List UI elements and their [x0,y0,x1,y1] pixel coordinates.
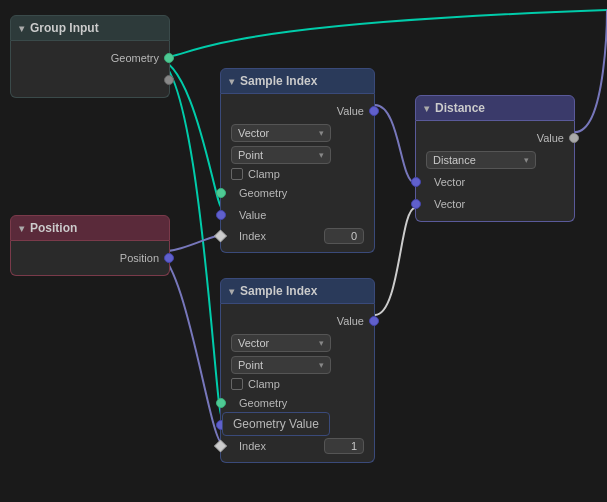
distance-dropdown[interactable]: Distance ▾ [426,151,536,169]
point-dropdown-row: Point ▾ [221,354,374,376]
sample-index-1-header: ▾ Sample Index [220,68,375,94]
sample-index-1-body: Value Vector ▾ Point ▾ Clamp Geometry [220,94,375,253]
index-socket [214,440,227,453]
group-input-node: ▾ Group Input Geometry [10,15,170,98]
clamp-row: Clamp [221,376,374,392]
value-label: Value [537,132,564,144]
clamp-label: Clamp [248,378,280,390]
position-header: ▾ Position [10,215,170,241]
geometry-value-label: Geometry Value [222,412,330,436]
point-dropdown-row: Point ▾ [221,144,374,166]
position-output-row: Position [11,247,169,269]
position-label: Position [120,252,159,264]
point-dropdown-value: Point [238,359,263,371]
point-dropdown[interactable]: Point ▾ [231,146,331,164]
dropdown-arrow: ▾ [319,150,324,160]
dropdown-arrow: ▾ [319,360,324,370]
geometry-input-label: Geometry [239,397,287,409]
extra-output-row [11,69,169,91]
distance-title: Distance [435,101,485,115]
position-output-socket [164,253,174,263]
geometry-output-socket [164,53,174,63]
index-socket [214,230,227,243]
value-output-socket [369,316,379,326]
group-input-body: Geometry [10,41,170,98]
index-label: Index [239,230,266,242]
group-input-title: Group Input [30,21,99,35]
value-input-row: Value [221,204,374,226]
geometry-label: Geometry [111,52,159,64]
geometry-input-label: Geometry [239,187,287,199]
clamp-label: Clamp [248,168,280,180]
vector1-input-row: Vector [416,171,574,193]
distance-dropdown-row: Distance ▾ [416,149,574,171]
extra-output-socket [164,75,174,85]
vector-dropdown-row: Vector ▾ [221,122,374,144]
value-output-socket [369,106,379,116]
value-input-label: Value [239,209,266,221]
clamp-checkbox[interactable] [231,378,243,390]
vector-dropdown-value: Vector [238,337,269,349]
value-output-socket [569,133,579,143]
vector1-label: Vector [434,176,465,188]
distance-dropdown-value: Distance [433,154,476,166]
geometry-value-text: Geometry Value [233,417,319,431]
group-input-header: ▾ Group Input [10,15,170,41]
distance-node: ▾ Distance Value Distance ▾ Vector Vecto… [415,95,575,222]
sample-index-2-title: Sample Index [240,284,317,298]
dropdown-arrow: ▾ [319,338,324,348]
value-output-row: Value [221,310,374,332]
chevron-icon: ▾ [19,223,24,234]
chevron-icon: ▾ [229,76,234,87]
sample-index-2-header: ▾ Sample Index [220,278,375,304]
vector1-socket [411,177,421,187]
position-body: Position [10,241,170,276]
index-row: Index 1 [221,436,374,456]
vector2-label: Vector [434,198,465,210]
index-input[interactable]: 1 [324,438,364,454]
sample-index-2-body: Value Vector ▾ Point ▾ Clamp Geometry [220,304,375,463]
sample-index-1-node: ▾ Sample Index Value Vector ▾ Point ▾ Cl… [220,68,375,253]
clamp-checkbox[interactable] [231,168,243,180]
geometry-input-socket [216,398,226,408]
point-dropdown-value: Point [238,149,263,161]
vector-dropdown-value: Vector [238,127,269,139]
geometry-input-row: Geometry [221,182,374,204]
vector-dropdown-row: Vector ▾ [221,332,374,354]
geometry-output-row: Geometry [11,47,169,69]
vector2-socket [411,199,421,209]
vector-dropdown[interactable]: Vector ▾ [231,334,331,352]
index-row: Index 0 [221,226,374,246]
geometry-input-socket [216,188,226,198]
point-dropdown[interactable]: Point ▾ [231,356,331,374]
chevron-icon: ▾ [229,286,234,297]
value-output-row: Value [221,100,374,122]
dropdown-arrow: ▾ [524,155,529,165]
sample-index-1-title: Sample Index [240,74,317,88]
clamp-row: Clamp [221,166,374,182]
value-input-socket [216,210,226,220]
geometry-input-row: Geometry [221,392,374,414]
distance-body: Value Distance ▾ Vector Vector [415,121,575,222]
position-title: Position [30,221,77,235]
chevron-icon: ▾ [19,23,24,34]
value-label: Value [337,315,364,327]
dropdown-arrow: ▾ [319,128,324,138]
distance-header: ▾ Distance [415,95,575,121]
vector-dropdown[interactable]: Vector ▾ [231,124,331,142]
index-label: Index [239,440,266,452]
index-input[interactable]: 0 [324,228,364,244]
position-node: ▾ Position Position [10,215,170,276]
vector2-input-row: Vector [416,193,574,215]
chevron-icon: ▾ [424,103,429,114]
value-label: Value [337,105,364,117]
value-output-row: Value [416,127,574,149]
